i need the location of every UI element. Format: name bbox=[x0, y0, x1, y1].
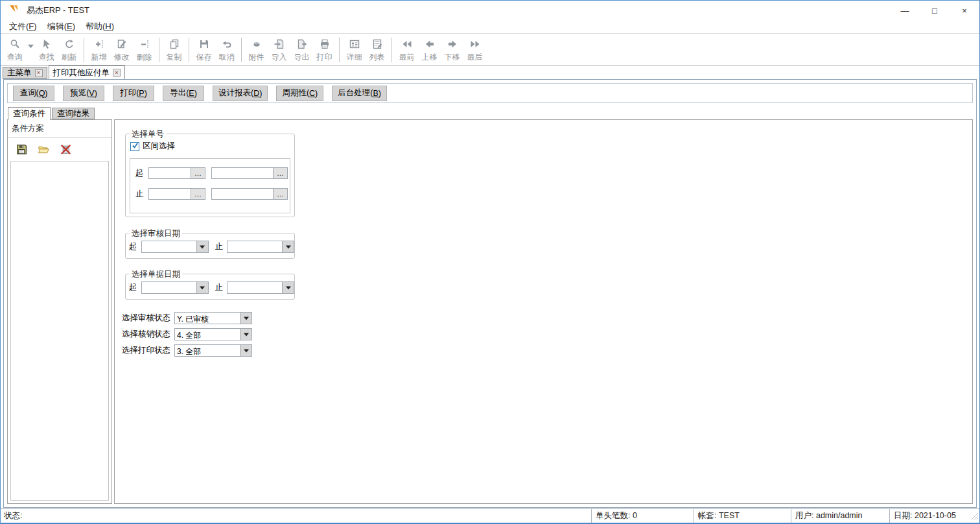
resize-grip-icon[interactable] bbox=[971, 512, 979, 522]
export-button[interactable]: 导出(E) bbox=[163, 86, 204, 101]
label: 编辑( bbox=[47, 21, 67, 31]
toolbar-button-move-up[interactable]: 上移 bbox=[418, 34, 441, 63]
delete-icon bbox=[139, 38, 150, 50]
status-date: 日期: 2021-10-05 bbox=[889, 509, 979, 523]
toolbar-button-add[interactable]: 新增 bbox=[88, 34, 110, 63]
menu-file[interactable]: 文件(F) bbox=[4, 19, 42, 34]
browse-button[interactable]: … bbox=[274, 167, 288, 179]
toolbar-button-move-down[interactable]: 下移 bbox=[441, 34, 463, 63]
window-title: 易杰ERP - TEST bbox=[27, 5, 89, 16]
print-button[interactable]: 打印(P) bbox=[113, 86, 154, 101]
fieldset-legend: 选择单据日期 bbox=[130, 269, 182, 280]
toolbar-button-attachment[interactable]: 附件 bbox=[245, 34, 268, 63]
tab-label: 打印其他应付单 bbox=[53, 67, 110, 78]
minimize-button[interactable]: — bbox=[890, 1, 920, 20]
label: ) bbox=[315, 89, 318, 98]
close-button[interactable]: × bbox=[950, 1, 979, 20]
toolbar-button-last[interactable]: 最后 bbox=[463, 34, 486, 63]
toolbar-button-label: 查询 bbox=[7, 52, 23, 63]
design-report-button[interactable]: 设计报表(D) bbox=[213, 86, 268, 101]
chevron-down-icon[interactable] bbox=[240, 329, 251, 340]
tab-close-icon[interactable]: × bbox=[113, 69, 121, 77]
label: H bbox=[105, 21, 111, 31]
to-label: 止 bbox=[135, 189, 145, 200]
toolbar-button-print[interactable]: 打印 bbox=[313, 34, 336, 63]
doc-number-from-row: 起 … … bbox=[135, 167, 288, 179]
maximize-icon: □ bbox=[932, 6, 937, 16]
interval-select-checkbox[interactable] bbox=[130, 142, 139, 151]
delete-scheme-icon[interactable] bbox=[60, 143, 72, 156]
last-icon bbox=[469, 38, 481, 50]
tab-close-icon[interactable]: × bbox=[35, 69, 43, 77]
writeoff-status-combo[interactable]: 4. 全部 bbox=[174, 328, 252, 340]
label: ) bbox=[379, 89, 381, 98]
toolbar-separator bbox=[84, 38, 84, 62]
attachment-icon bbox=[251, 38, 262, 50]
audit-date-from-combo[interactable] bbox=[141, 241, 209, 253]
chevron-down-icon[interactable] bbox=[196, 282, 208, 293]
toolbar-button-query[interactable]: 查询 bbox=[3, 34, 26, 63]
toolbar-button-label: 保存 bbox=[196, 52, 212, 63]
audit-status-combo[interactable]: Y. 已审核 bbox=[174, 312, 252, 324]
maximize-button[interactable]: □ bbox=[920, 1, 950, 20]
writeoff-status-row: 选择核销状态 4. 全部 bbox=[122, 328, 252, 340]
browse-button[interactable]: … bbox=[191, 188, 205, 200]
doc-no-from-input-1[interactable] bbox=[148, 167, 191, 179]
audit-status-row: 选择审核状态 Y. 已审核 bbox=[122, 312, 252, 324]
combo-value bbox=[142, 241, 196, 252]
chevron-down-icon[interactable] bbox=[196, 241, 208, 252]
toolbar-button-label: 下移 bbox=[445, 52, 460, 63]
toolbar-button-copy[interactable]: 复制 bbox=[163, 34, 185, 63]
chevron-down-icon[interactable] bbox=[240, 345, 251, 356]
toolbar-button-save[interactable]: 保存 bbox=[192, 34, 215, 63]
preview-button[interactable]: 预览(V) bbox=[63, 86, 104, 101]
tab-print-other-payable[interactable]: 打印其他应付单 × bbox=[49, 66, 126, 79]
toolbar-button-find[interactable]: 查找 bbox=[35, 34, 58, 63]
toolbar-button-first[interactable]: 最前 bbox=[395, 34, 418, 63]
condition-scheme-list[interactable] bbox=[10, 161, 109, 501]
browse-button[interactable]: … bbox=[191, 167, 205, 179]
query-button[interactable]: 查询(Q) bbox=[13, 86, 54, 101]
toolbar-button-refresh[interactable]: 刷新 bbox=[58, 34, 80, 63]
label: C bbox=[309, 89, 315, 98]
tab-main-menu[interactable]: 主菜单 × bbox=[3, 67, 47, 79]
content-area: 条件方案 选择单号 区间选择 bbox=[7, 119, 973, 504]
toolbar-button-modify[interactable]: 修改 bbox=[110, 34, 133, 63]
doc-date-from-combo[interactable] bbox=[141, 281, 209, 294]
menu-edit[interactable]: 编辑(E) bbox=[42, 19, 80, 34]
status-row-count: 单头笔数: 0 bbox=[591, 509, 694, 523]
print-status-combo[interactable]: 3. 全部 bbox=[174, 344, 252, 357]
audit-date-to-combo[interactable] bbox=[227, 241, 294, 253]
menu-help[interactable]: 帮助(H) bbox=[80, 19, 119, 34]
window-controls: — □ × bbox=[890, 1, 979, 20]
toolbar-button-import[interactable]: 导入 bbox=[268, 34, 290, 63]
toolbar-button-delete[interactable]: 删除 bbox=[133, 34, 156, 63]
open-folder-icon[interactable] bbox=[38, 143, 50, 156]
chevron-down-icon[interactable] bbox=[240, 313, 251, 324]
doc-no-from-input-2[interactable] bbox=[211, 167, 274, 179]
doc-date-to-combo[interactable] bbox=[227, 281, 294, 294]
toolbar-button-label: 刷新 bbox=[62, 52, 77, 63]
doc-no-to-input-1[interactable] bbox=[148, 188, 191, 200]
toolbar-button-list[interactable]: 列表 bbox=[366, 34, 388, 63]
chevron-down-icon[interactable] bbox=[282, 241, 294, 252]
chevron-down-icon[interactable] bbox=[282, 282, 294, 293]
tab-query-results[interactable]: 查询结果 bbox=[52, 108, 95, 119]
background-process-button[interactable]: 后台处理(B) bbox=[332, 86, 387, 101]
toolbar-button-export[interactable]: 导出 bbox=[290, 34, 313, 63]
query-dropdown-arrow-icon[interactable] bbox=[26, 44, 35, 49]
combo-value: Y. 已审核 bbox=[175, 313, 240, 324]
doc-no-to-input-2[interactable] bbox=[211, 188, 274, 200]
toolbar-button-detail[interactable]: 详细 bbox=[343, 34, 366, 63]
tab-query-conditions[interactable]: 查询条件 bbox=[8, 107, 51, 120]
periodic-button[interactable]: 周期性(C) bbox=[276, 86, 323, 101]
checkmark-icon bbox=[132, 142, 139, 151]
toolbar-button-cancel[interactable]: 取消 bbox=[215, 34, 238, 63]
toolbar-separator bbox=[339, 38, 340, 62]
undo-icon bbox=[221, 38, 233, 50]
save-scheme-icon[interactable] bbox=[16, 143, 28, 156]
to-label: 止 bbox=[215, 282, 224, 293]
browse-button[interactable]: … bbox=[274, 188, 288, 200]
sub-tab-bar: 查询条件 查询结果 bbox=[8, 107, 96, 119]
label: ) bbox=[259, 89, 262, 98]
